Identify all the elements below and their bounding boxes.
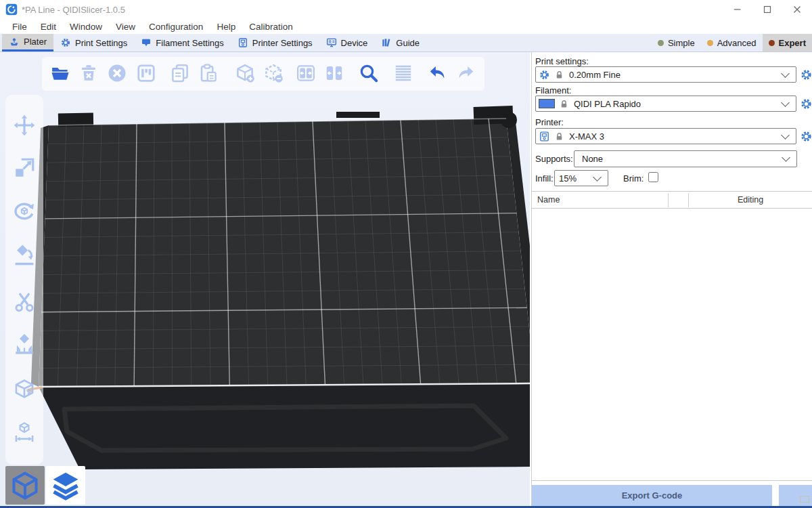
tab-printer-settings-label: Printer Settings [252,38,313,48]
mode-simple-label: Simple [668,38,695,48]
redo-button[interactable] [455,63,476,83]
maximize-button[interactable] [752,0,782,19]
tab-print-settings[interactable]: Print Settings [53,34,134,51]
copy-icon [170,63,190,83]
printer-combo[interactable]: X-MAX 3 [535,128,796,144]
editor-3d-view-icon [10,471,40,501]
tab-guide[interactable]: Guide [374,34,426,51]
build-plate[interactable] [0,52,530,508]
remove-instance-button[interactable] [263,63,284,83]
rotate-tool[interactable] [13,200,36,223]
menu-edit[interactable]: Edit [34,19,63,34]
rotate-icon [13,200,36,223]
menu-view[interactable]: View [109,19,142,34]
close-button[interactable] [782,0,812,19]
printer-gear-button[interactable] [800,130,812,143]
tab-strip: Plater Print Settings Filament Settings … [0,34,812,52]
mode-expert[interactable]: Expert [763,34,812,51]
window-title: *PA Line - QIDISlicer-1.0.5 [22,5,125,15]
paste-button[interactable] [198,63,219,83]
tab-device[interactable]: Device [319,34,375,51]
copy-button[interactable] [170,63,190,83]
scale-tool[interactable] [13,156,36,179]
supports-label: Supports: [535,154,573,164]
guide-icon [381,37,392,48]
infill-value: 15% [559,173,577,184]
arrange-button[interactable] [136,63,156,83]
lock-icon [559,99,569,109]
tab-printer-settings[interactable]: Printer Settings [231,34,319,51]
mode-advanced[interactable]: Advanced [701,34,763,51]
supports-combo[interactable]: None [574,150,797,167]
cut-icon [13,291,36,314]
undo-button[interactable] [428,63,448,83]
infill-combo[interactable]: 15% [554,170,608,186]
minimize-button[interactable] [723,0,752,19]
tab-device-label: Device [341,38,368,48]
search-button[interactable] [359,63,379,83]
menu-window[interactable]: Window [63,19,109,34]
seam-tool[interactable] [13,378,36,401]
tab-filament-settings-label: Filament Settings [156,38,223,48]
print-settings-combo[interactable]: 0.20mm Fine [535,66,796,83]
chevron-down-icon [781,131,790,140]
filament-color-swatch [539,99,555,108]
delete-button[interactable] [78,63,99,83]
menu-help[interactable]: Help [210,19,242,34]
bed-clip [336,112,380,118]
tab-guide-label: Guide [396,38,420,48]
infill-label: Infill: [535,173,554,184]
sidebar: Print settings: 0.20mm Fine Filament: QI… [531,52,812,508]
editor-3d-view-toggle[interactable] [5,466,45,505]
gear-icon [539,69,550,81]
printer-value: X-MAX 3 [569,131,604,142]
filament-gear-button[interactable] [800,98,812,110]
mode-simple[interactable]: Simple [652,34,701,51]
qidislicer-window: *PA Line - QIDISlicer-1.0.5 File Edit Wi… [0,0,812,508]
mode-expert-label: Expert [779,38,806,48]
move-tool[interactable] [13,114,36,137]
place-on-face-tool[interactable] [13,245,36,268]
filament-value: QIDI PLA Rapido [574,99,641,109]
variable-layer-height-button[interactable] [393,63,413,83]
print-settings-gear-button[interactable] [800,68,812,81]
add-instance-button[interactable] [235,63,255,83]
brim-checkbox[interactable] [648,172,658,182]
bed-surface [39,119,530,387]
paint-supports-tool[interactable] [13,334,36,357]
export-gcode-button[interactable]: Export G-code [532,485,772,506]
chevron-down-icon [782,153,790,162]
open-icon [50,63,70,83]
paint-supports-icon [13,334,36,357]
mode-switcher: Simple Advanced Expert [652,34,812,51]
preview-toggle[interactable] [46,466,85,505]
supports-value: None [582,154,603,164]
split-to-parts-icon [324,63,344,83]
menu-configuration[interactable]: Configuration [142,19,210,34]
export-removable-icon [800,496,809,503]
filament-label: Filament: [535,85,571,96]
object-list-header: Name Editing [532,192,812,209]
advanced-mode-dot-icon [707,40,713,46]
close-icon [791,3,803,16]
split-to-objects-button[interactable] [296,63,316,83]
menu-bar: File Edit Window View Configuration Help… [0,19,812,34]
cut-tool[interactable] [13,291,36,314]
split-to-parts-button[interactable] [324,63,344,83]
menu-file[interactable]: File [5,19,34,34]
tab-plater[interactable]: Plater [2,34,53,51]
device-icon [326,37,337,48]
measure-tool[interactable] [13,421,36,444]
export-options-button[interactable] [779,485,812,506]
open-button[interactable] [50,63,70,83]
plater-icon [9,37,20,47]
tab-filament-settings[interactable]: Filament Settings [134,34,230,51]
delete-all-button[interactable] [107,63,127,83]
print-settings-label: Print settings: [535,56,589,66]
app-logo-icon [5,3,18,16]
filament-combo[interactable]: QIDI PLA Rapido [535,96,796,112]
3d-viewport[interactable] [0,52,530,508]
menu-calibration[interactable]: Calibration [242,19,300,34]
chevron-down-icon [781,69,790,78]
chevron-down-icon [781,98,790,107]
